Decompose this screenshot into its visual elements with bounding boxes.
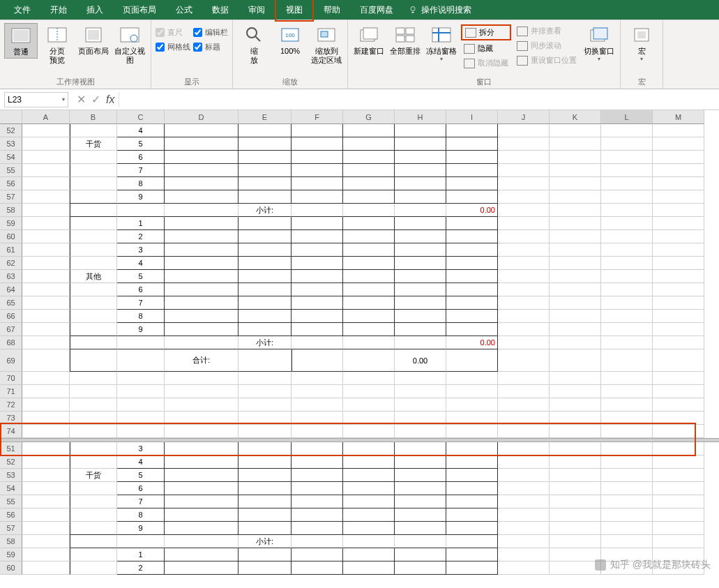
formula-bar[interactable] xyxy=(119,92,719,107)
cell[interactable]: 5 xyxy=(117,137,165,151)
menu-data[interactable]: 数据 xyxy=(202,0,239,20)
cell[interactable] xyxy=(601,151,653,164)
cell[interactable] xyxy=(292,323,343,336)
cell[interactable] xyxy=(653,270,704,283)
cell[interactable] xyxy=(239,385,292,398)
cell[interactable] xyxy=(498,372,550,385)
cell[interactable] xyxy=(292,412,343,425)
cell[interactable] xyxy=(292,230,343,243)
row-header[interactable]: 56 xyxy=(0,177,22,190)
cell[interactable] xyxy=(292,548,343,561)
row-header[interactable]: 65 xyxy=(0,296,22,310)
cell[interactable] xyxy=(239,372,292,385)
cell[interactable] xyxy=(292,137,343,151)
cell[interactable]: 2 xyxy=(117,230,165,243)
cell[interactable] xyxy=(22,398,70,412)
cell[interactable] xyxy=(343,124,395,137)
cell[interactable] xyxy=(165,372,239,385)
zoom-selection-button[interactable]: 缩放到 选定区域 xyxy=(310,23,343,66)
tell-me[interactable]: 操作说明搜索 xyxy=(409,4,471,16)
cell[interactable] xyxy=(446,535,498,548)
split-bar[interactable] xyxy=(0,438,719,442)
cell[interactable] xyxy=(498,455,550,469)
cell[interactable] xyxy=(550,310,601,323)
cell[interactable] xyxy=(239,137,292,151)
cell[interactable] xyxy=(343,190,395,204)
cell[interactable] xyxy=(292,469,343,482)
cell[interactable] xyxy=(498,442,550,455)
row-header[interactable]: 62 xyxy=(0,257,22,270)
cell[interactable] xyxy=(550,283,601,296)
cell[interactable] xyxy=(446,230,498,243)
cell[interactable] xyxy=(165,548,239,561)
row-header[interactable]: 60 xyxy=(0,230,22,243)
col-header-E[interactable]: E xyxy=(239,110,292,124)
cell[interactable] xyxy=(239,425,292,438)
cell[interactable] xyxy=(292,561,343,575)
cell[interactable] xyxy=(601,495,653,508)
cell[interactable] xyxy=(117,372,165,385)
cell[interactable] xyxy=(653,217,704,230)
cell[interactable] xyxy=(239,310,292,323)
cell[interactable] xyxy=(70,310,117,323)
cell[interactable] xyxy=(446,522,498,535)
menu-formulas[interactable]: 公式 xyxy=(166,0,202,20)
cell[interactable]: 9 xyxy=(117,190,165,204)
cell[interactable] xyxy=(292,310,343,323)
cell[interactable] xyxy=(601,522,653,535)
cell[interactable] xyxy=(292,482,343,495)
cell[interactable] xyxy=(70,257,117,270)
cell[interactable] xyxy=(22,217,70,230)
row-header[interactable]: 67 xyxy=(0,323,22,336)
cell[interactable] xyxy=(446,124,498,137)
cell[interactable] xyxy=(550,124,601,137)
cell[interactable] xyxy=(446,398,498,412)
cell[interactable] xyxy=(446,310,498,323)
cell[interactable] xyxy=(601,372,653,385)
cell[interactable] xyxy=(239,296,292,310)
cell[interactable] xyxy=(601,137,653,151)
cell[interactable] xyxy=(601,398,653,412)
col-header-J[interactable]: J xyxy=(498,110,550,124)
cell[interactable] xyxy=(601,230,653,243)
cell[interactable] xyxy=(550,522,601,535)
cell[interactable] xyxy=(550,482,601,495)
cell[interactable] xyxy=(446,243,498,257)
cell[interactable] xyxy=(395,495,446,508)
cell[interactable] xyxy=(395,151,446,164)
cell[interactable] xyxy=(601,336,653,349)
cell[interactable] xyxy=(70,482,117,495)
cell[interactable] xyxy=(446,164,498,177)
cell[interactable] xyxy=(550,398,601,412)
col-header-L[interactable]: L xyxy=(601,110,653,124)
cell[interactable] xyxy=(653,495,704,508)
cell[interactable] xyxy=(343,385,395,398)
cell[interactable]: 0.00 xyxy=(446,336,498,349)
cell[interactable] xyxy=(653,190,704,204)
zoom-100-button[interactable]: 100100% xyxy=(273,23,307,57)
cell[interactable] xyxy=(343,455,395,469)
cell[interactable] xyxy=(601,124,653,137)
cell[interactable] xyxy=(395,469,446,482)
cell[interactable] xyxy=(550,412,601,425)
cell[interactable]: 7 xyxy=(117,296,165,310)
cell[interactable] xyxy=(601,217,653,230)
cell[interactable] xyxy=(22,469,70,482)
cell[interactable]: 2 xyxy=(117,561,165,575)
switch-window-button[interactable]: 切换窗口▾ xyxy=(582,23,616,63)
cell[interactable] xyxy=(395,230,446,243)
cell[interactable] xyxy=(343,204,395,217)
cell[interactable] xyxy=(446,385,498,398)
menu-layout[interactable]: 页面布局 xyxy=(113,0,166,20)
cell[interactable] xyxy=(653,310,704,323)
cell[interactable] xyxy=(292,385,343,398)
cell[interactable] xyxy=(653,469,704,482)
cell[interactable] xyxy=(343,336,395,349)
cell[interactable] xyxy=(498,177,550,190)
cell[interactable] xyxy=(550,217,601,230)
cell[interactable] xyxy=(550,137,601,151)
cell[interactable] xyxy=(22,151,70,164)
cell[interactable] xyxy=(239,508,292,522)
row-header[interactable]: 71 xyxy=(0,385,22,398)
row-header[interactable]: 59 xyxy=(0,217,22,230)
